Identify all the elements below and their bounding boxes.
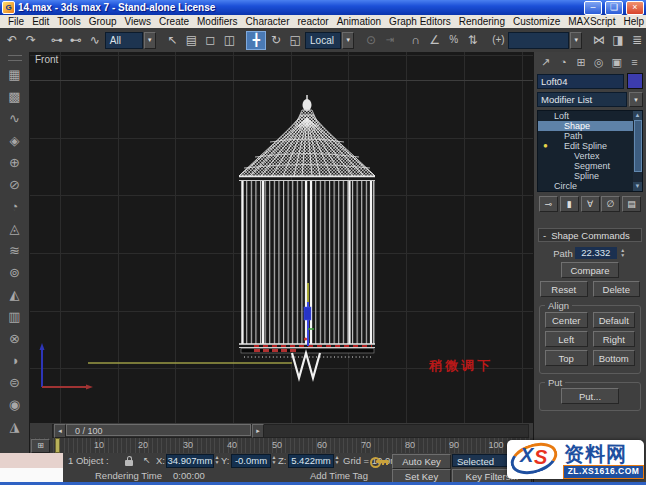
align-default-button[interactable]: Default: [593, 312, 636, 328]
menu-animation[interactable]: Animation: [333, 16, 385, 27]
align-left-button[interactable]: Left: [545, 331, 588, 347]
reference-coordinate-arrow-icon[interactable]: ▼: [342, 32, 354, 49]
show-end-result-icon[interactable]: ▮: [560, 196, 579, 212]
display-tab-icon[interactable]: ▣: [609, 55, 624, 69]
front-viewport[interactable]: Front 稍微调下: [30, 52, 533, 423]
menu-views[interactable]: Views: [121, 16, 156, 27]
left-tool-icon-3[interactable]: ∿: [5, 107, 25, 129]
x-coordinate-field[interactable]: 34.907mm: [166, 454, 214, 468]
selection-region-icon[interactable]: ◻: [201, 31, 219, 50]
menu-modifiers[interactable]: Modifiers: [193, 16, 242, 27]
next-frame-icon[interactable]: ▸: [252, 424, 264, 438]
stack-item-shape[interactable]: Shape: [538, 121, 642, 131]
make-unique-icon[interactable]: ∀: [581, 196, 600, 212]
path-spinner[interactable]: ▲ ▼: [619, 248, 627, 258]
z-coordinate-field[interactable]: 5.422mm: [288, 454, 334, 468]
menu-character[interactable]: Character: [242, 16, 294, 27]
left-tool-icon-16[interactable]: ◉: [5, 393, 25, 415]
left-tool-icon-13[interactable]: ⊗: [5, 327, 25, 349]
left-tool-icon-6[interactable]: ⊘: [5, 173, 25, 195]
trackbar-mode-icon[interactable]: ⊞: [31, 439, 50, 453]
track-bar[interactable]: ⊞ 10 20 30 40 50 60 70 80 90 100: [30, 438, 533, 454]
stack-item-path[interactable]: Path: [538, 131, 642, 141]
modifier-enabled-bulb-icon[interactable]: ●: [543, 141, 548, 151]
menu-group[interactable]: Group: [85, 16, 121, 27]
left-tool-icon-4[interactable]: ◈: [5, 129, 25, 151]
stack-item-loft[interactable]: Loft: [538, 111, 642, 121]
delete-button[interactable]: Delete: [593, 281, 641, 297]
left-tool-icon-5[interactable]: ⊕: [5, 151, 25, 173]
utilities-tab-icon[interactable]: ≡: [627, 55, 642, 69]
time-slider-handle[interactable]: 0 / 100: [66, 424, 251, 436]
object-color-swatch[interactable]: [627, 73, 643, 89]
maxscript-mini-listener[interactable]: [0, 453, 64, 483]
offset-snap-icon[interactable]: ⇥: [381, 31, 399, 50]
listener-pane[interactable]: [0, 468, 63, 483]
stack-scrollbar[interactable]: ▲ ▼: [633, 111, 642, 191]
bind-spacewarp-icon[interactable]: ∿: [86, 31, 104, 50]
previous-frame-icon[interactable]: ◂: [54, 424, 66, 438]
selection-filter-arrow-icon[interactable]: ▼: [144, 32, 156, 49]
pin-stack-icon[interactable]: ⊸: [539, 196, 558, 212]
put-button[interactable]: Put...: [561, 388, 619, 404]
left-tool-icon-12[interactable]: ▥: [5, 305, 25, 327]
scrollbar-thumb[interactable]: [634, 120, 642, 172]
reference-coordinate-dropdown[interactable]: Local: [305, 32, 341, 49]
left-tool-icon-14[interactable]: ◑: [5, 349, 25, 371]
move-tool-icon[interactable]: ╋: [246, 31, 266, 50]
modifier-list-dropdown[interactable]: Modifier List: [537, 92, 627, 107]
menu-reactor[interactable]: reactor: [294, 16, 333, 27]
configure-sets-icon[interactable]: ▤: [622, 196, 641, 212]
align-bottom-button[interactable]: Bottom: [593, 350, 636, 366]
modify-tab-icon[interactable]: ◔: [556, 55, 571, 69]
remove-modifier-icon[interactable]: ∅: [601, 196, 620, 212]
macro-recorder-pane[interactable]: [0, 453, 63, 469]
select-by-name-icon[interactable]: ▤: [182, 31, 200, 50]
path-value-field[interactable]: 22.332: [575, 247, 617, 259]
scale-tool-icon[interactable]: ◱: [286, 31, 304, 50]
create-tab-icon[interactable]: ↗: [538, 55, 553, 69]
add-time-tag[interactable]: Add Time Tag: [310, 470, 368, 481]
x-spinner[interactable]: ▲▼: [213, 455, 221, 465]
close-button[interactable]: ×: [626, 1, 644, 15]
align-top-button[interactable]: Top: [545, 350, 588, 366]
left-tool-icon-11[interactable]: ◭: [5, 283, 25, 305]
menu-rendering[interactable]: Rendering: [455, 16, 509, 27]
keyboard-override-icon[interactable]: (+): [489, 31, 507, 50]
hierarchy-tab-icon[interactable]: ⊞: [574, 55, 589, 69]
menu-tools[interactable]: Tools: [53, 16, 84, 27]
spin-down-icon[interactable]: ▼: [619, 253, 627, 258]
menu-edit[interactable]: Edit: [28, 16, 53, 27]
viewport-label[interactable]: Front: [35, 54, 58, 65]
left-tool-icon-8[interactable]: ◬: [5, 217, 25, 239]
selection-filter-dropdown[interactable]: All: [105, 32, 143, 49]
snaps-toggle-icon[interactable]: ∩: [407, 31, 425, 50]
redo-icon[interactable]: ↷: [22, 31, 40, 50]
menu-help[interactable]: Help: [619, 16, 646, 27]
set-keys-key-icon[interactable]: [376, 460, 389, 463]
named-selection-sets-dropdown[interactable]: [508, 32, 569, 49]
curve-editor-icon[interactable]: ≣: [628, 31, 646, 50]
time-slider[interactable]: ◂ 0 / 100 ▸: [30, 423, 533, 439]
left-tool-icon-17[interactable]: ◮: [5, 415, 25, 437]
named-selection-sets-arrow-icon[interactable]: ▼: [570, 32, 582, 49]
stack-item-segment[interactable]: Segment: [538, 161, 642, 171]
percent-snap-icon[interactable]: %: [445, 31, 463, 50]
maximize-button[interactable]: ❏: [605, 1, 623, 15]
align-center-button[interactable]: Center: [545, 312, 588, 328]
selection-lock-icon[interactable]: [125, 460, 133, 466]
current-frame-marker[interactable]: [55, 438, 60, 453]
left-tool-icon-15[interactable]: ⊜: [5, 371, 25, 393]
z-spinner[interactable]: ▲▼: [333, 455, 341, 465]
object-name-field[interactable]: Loft04: [537, 74, 624, 89]
y-spinner[interactable]: ▲▼: [270, 455, 278, 465]
menu-create[interactable]: Create: [155, 16, 193, 27]
use-center-icon[interactable]: ⊙: [362, 31, 380, 50]
unlink-icon[interactable]: ⊷: [67, 31, 85, 50]
rotate-tool-icon[interactable]: ↻: [267, 31, 285, 50]
menu-file[interactable]: File: [4, 16, 28, 27]
window-crossing-icon[interactable]: ◫: [220, 31, 238, 50]
toolbar-grip[interactable]: [8, 55, 22, 61]
auto-key-button[interactable]: Auto Key: [392, 454, 451, 469]
stack-item-circle[interactable]: Circle: [538, 181, 642, 191]
